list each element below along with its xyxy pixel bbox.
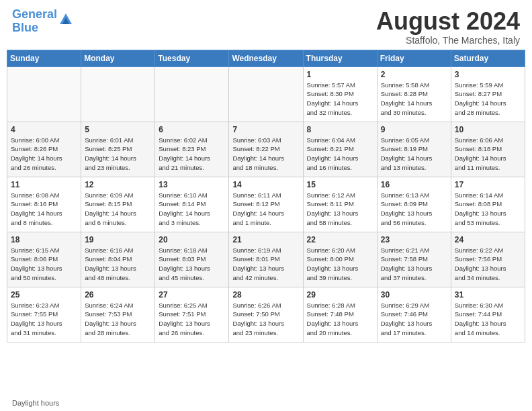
day-number: 13 (159, 180, 225, 189)
col-saturday: Saturday (451, 50, 525, 66)
calendar-cell (229, 66, 303, 122)
header: General Blue August 2024 Staffolo, The M… (0, 0, 532, 50)
calendar-cell: 15Sunrise: 6:12 AM Sunset: 8:11 PM Dayli… (303, 177, 377, 232)
day-number: 19 (85, 235, 151, 244)
day-number: 28 (232, 290, 299, 300)
day-info: Sunrise: 6:02 AM Sunset: 8:23 PM Dayligh… (159, 136, 225, 173)
day-info: Sunrise: 5:59 AM Sunset: 8:27 PM Dayligh… (455, 81, 521, 118)
logo-blue: Blue (12, 21, 38, 34)
title-block: August 2024 Staffolo, The Marches, Italy (376, 8, 520, 46)
day-info: Sunrise: 6:08 AM Sunset: 8:16 PM Dayligh… (11, 191, 77, 228)
calendar-cell: 3Sunrise: 5:59 AM Sunset: 8:27 PM Daylig… (451, 66, 525, 122)
day-number: 30 (381, 290, 447, 300)
calendar-cell: 13Sunrise: 6:10 AM Sunset: 8:14 PM Dayli… (155, 177, 229, 232)
col-monday: Monday (81, 50, 155, 66)
calendar-cell: 1Sunrise: 5:57 AM Sunset: 8:30 PM Daylig… (303, 66, 377, 122)
col-friday: Friday (377, 50, 451, 66)
col-tuesday: Tuesday (155, 50, 229, 66)
logo: General Blue (12, 8, 73, 35)
day-info: Sunrise: 6:01 AM Sunset: 8:25 PM Dayligh… (85, 136, 151, 173)
calendar: Sunday Monday Tuesday Wednesday Thursday… (0, 50, 532, 396)
day-info: Sunrise: 6:14 AM Sunset: 8:08 PM Dayligh… (455, 191, 521, 228)
day-info: Sunrise: 6:25 AM Sunset: 7:51 PM Dayligh… (159, 301, 225, 338)
calendar-week-4: 18Sunrise: 6:15 AM Sunset: 8:06 PM Dayli… (7, 232, 525, 287)
day-number: 4 (11, 125, 77, 134)
day-number: 2 (381, 70, 447, 79)
calendar-cell: 23Sunrise: 6:21 AM Sunset: 7:58 PM Dayli… (377, 232, 451, 287)
location: Staffolo, The Marches, Italy (376, 35, 520, 46)
calendar-cell: 28Sunrise: 6:26 AM Sunset: 7:50 PM Dayli… (229, 287, 303, 342)
day-info: Sunrise: 6:24 AM Sunset: 7:53 PM Dayligh… (85, 301, 151, 338)
calendar-week-1: 1Sunrise: 5:57 AM Sunset: 8:30 PM Daylig… (7, 66, 525, 122)
day-info: Sunrise: 5:57 AM Sunset: 8:30 PM Dayligh… (307, 81, 373, 118)
calendar-cell (81, 66, 155, 122)
day-info: Sunrise: 6:03 AM Sunset: 8:22 PM Dayligh… (232, 136, 299, 173)
day-info: Sunrise: 6:20 AM Sunset: 8:00 PM Dayligh… (307, 246, 373, 283)
calendar-cell: 21Sunrise: 6:19 AM Sunset: 8:01 PM Dayli… (229, 232, 303, 287)
calendar-cell: 25Sunrise: 6:23 AM Sunset: 7:55 PM Dayli… (7, 287, 81, 342)
col-wednesday: Wednesday (229, 50, 303, 66)
day-info: Sunrise: 6:13 AM Sunset: 8:09 PM Dayligh… (381, 191, 447, 228)
day-info: Sunrise: 6:12 AM Sunset: 8:11 PM Dayligh… (307, 191, 373, 228)
day-number: 18 (11, 235, 77, 244)
day-number: 29 (307, 290, 373, 300)
day-info: Sunrise: 5:58 AM Sunset: 8:28 PM Dayligh… (381, 81, 447, 118)
day-number: 12 (85, 180, 151, 189)
col-thursday: Thursday (303, 50, 377, 66)
day-info: Sunrise: 6:28 AM Sunset: 7:48 PM Dayligh… (307, 301, 373, 338)
calendar-cell: 26Sunrise: 6:24 AM Sunset: 7:53 PM Dayli… (81, 287, 155, 342)
calendar-cell: 18Sunrise: 6:15 AM Sunset: 8:06 PM Dayli… (7, 232, 81, 287)
calendar-cell: 12Sunrise: 6:09 AM Sunset: 8:15 PM Dayli… (81, 177, 155, 232)
page: General Blue August 2024 Staffolo, The M… (0, 0, 532, 411)
day-info: Sunrise: 6:00 AM Sunset: 8:26 PM Dayligh… (11, 136, 77, 173)
calendar-cell: 16Sunrise: 6:13 AM Sunset: 8:09 PM Dayli… (377, 177, 451, 232)
day-number: 16 (381, 180, 447, 189)
calendar-cell: 14Sunrise: 6:11 AM Sunset: 8:12 PM Dayli… (229, 177, 303, 232)
day-info: Sunrise: 6:15 AM Sunset: 8:06 PM Dayligh… (11, 246, 77, 283)
day-number: 17 (455, 180, 521, 189)
day-info: Sunrise: 6:06 AM Sunset: 8:18 PM Dayligh… (455, 136, 521, 173)
day-number: 20 (159, 235, 225, 244)
day-number: 11 (11, 180, 77, 189)
day-number: 7 (232, 125, 299, 134)
calendar-cell: 19Sunrise: 6:16 AM Sunset: 8:04 PM Dayli… (81, 232, 155, 287)
calendar-table: Sunday Monday Tuesday Wednesday Thursday… (7, 50, 525, 342)
calendar-cell: 10Sunrise: 6:06 AM Sunset: 8:18 PM Dayli… (451, 122, 525, 177)
calendar-week-2: 4Sunrise: 6:00 AM Sunset: 8:26 PM Daylig… (7, 122, 525, 177)
day-number: 6 (159, 125, 225, 134)
day-number: 27 (159, 290, 225, 300)
day-number: 14 (232, 180, 299, 189)
day-info: Sunrise: 6:21 AM Sunset: 7:58 PM Dayligh… (381, 246, 447, 283)
day-number: 8 (307, 125, 373, 134)
month-year: August 2024 (376, 8, 520, 35)
day-number: 24 (455, 235, 521, 244)
day-info: Sunrise: 6:16 AM Sunset: 8:04 PM Dayligh… (85, 246, 151, 283)
day-number: 22 (307, 235, 373, 244)
header-row: Sunday Monday Tuesday Wednesday Thursday… (7, 50, 525, 66)
calendar-cell: 6Sunrise: 6:02 AM Sunset: 8:23 PM Daylig… (155, 122, 229, 177)
day-info: Sunrise: 6:05 AM Sunset: 8:19 PM Dayligh… (381, 136, 447, 173)
calendar-cell: 8Sunrise: 6:04 AM Sunset: 8:21 PM Daylig… (303, 122, 377, 177)
calendar-cell (7, 66, 81, 122)
day-number: 21 (232, 235, 299, 244)
day-info: Sunrise: 6:19 AM Sunset: 8:01 PM Dayligh… (232, 246, 299, 283)
calendar-cell: 20Sunrise: 6:18 AM Sunset: 8:03 PM Dayli… (155, 232, 229, 287)
calendar-week-5: 25Sunrise: 6:23 AM Sunset: 7:55 PM Dayli… (7, 287, 525, 342)
calendar-cell (155, 66, 229, 122)
day-info: Sunrise: 6:09 AM Sunset: 8:15 PM Dayligh… (85, 191, 151, 228)
footer: Daylight hours (0, 396, 532, 411)
day-info: Sunrise: 6:18 AM Sunset: 8:03 PM Dayligh… (159, 246, 225, 283)
calendar-cell: 22Sunrise: 6:20 AM Sunset: 8:00 PM Dayli… (303, 232, 377, 287)
calendar-cell: 11Sunrise: 6:08 AM Sunset: 8:16 PM Dayli… (7, 177, 81, 232)
calendar-cell: 2Sunrise: 5:58 AM Sunset: 8:28 PM Daylig… (377, 66, 451, 122)
day-number: 31 (455, 290, 521, 300)
day-number: 9 (381, 125, 447, 134)
day-number: 23 (381, 235, 447, 244)
logo-general: General (12, 7, 57, 21)
col-sunday: Sunday (7, 50, 81, 66)
day-number: 3 (455, 70, 521, 79)
day-info: Sunrise: 6:30 AM Sunset: 7:44 PM Dayligh… (455, 301, 521, 338)
day-info: Sunrise: 6:23 AM Sunset: 7:55 PM Dayligh… (11, 301, 77, 338)
calendar-cell: 30Sunrise: 6:29 AM Sunset: 7:46 PM Dayli… (377, 287, 451, 342)
calendar-cell: 5Sunrise: 6:01 AM Sunset: 8:25 PM Daylig… (81, 122, 155, 177)
